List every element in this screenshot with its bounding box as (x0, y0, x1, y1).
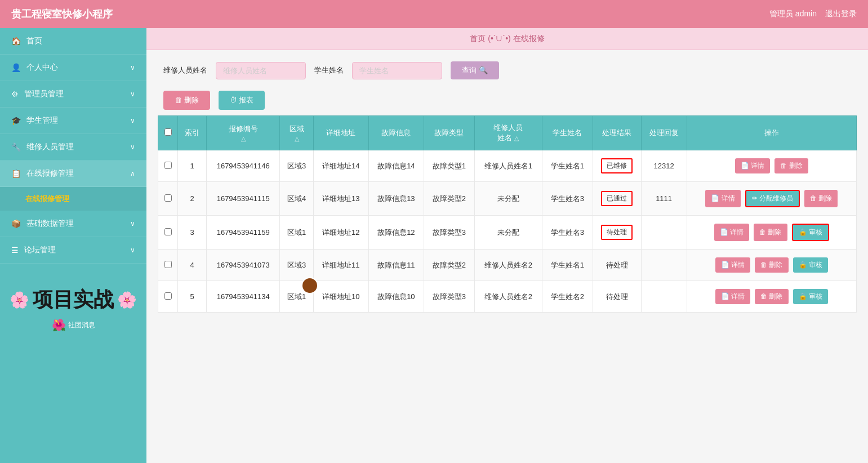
cell-area: 区域3 (280, 250, 313, 281)
cell-student: 学生姓名3 (542, 216, 593, 250)
report-button[interactable]: ⏱ 报表 (219, 91, 265, 110)
cell-reply (641, 281, 687, 313)
sidebar-label-student: 学生管理 (26, 115, 58, 126)
status-badge: 已通过 (601, 191, 633, 206)
table-row: 21679453941115区域4详细地址13故障信息13故障类型2未分配学生姓… (158, 182, 857, 216)
cell-student: 学生姓名1 (542, 150, 593, 182)
row-checkbox-1[interactable] (164, 162, 172, 169)
sidebar-label-repair: 在线报修管理 (26, 168, 74, 179)
repair-icon: 📋 (11, 169, 21, 178)
worker-filter-input[interactable] (216, 62, 306, 79)
detail-button[interactable]: 📄 详情 (715, 289, 750, 304)
sidebar-sub-item-online-repair[interactable]: 在线报修管理 (0, 187, 146, 211)
review-button[interactable]: 🔒 审核 (793, 289, 828, 304)
delete-button[interactable]: 🗑 删除 (755, 289, 788, 304)
status-badge: 已维修 (601, 158, 633, 173)
row-checkbox-2[interactable] (164, 194, 172, 202)
home-icon: 🏠 (11, 37, 21, 46)
cell-index: 3 (178, 216, 207, 250)
filter-area: 维修人员姓名 学生姓名 查询 🔍 (146, 50, 868, 85)
student-icon: 🎓 (11, 116, 21, 125)
cell-worker: 维修人员姓名2 (474, 250, 542, 281)
cell-ops: 📄 详情🗑 删除🔒 审核 (687, 250, 856, 281)
delete-button[interactable]: 🗑 删除 (804, 190, 838, 207)
cell-fault-info: 故障信息10 (368, 281, 424, 313)
review-button[interactable]: 🔒 审核 (792, 224, 829, 241)
delete-button[interactable]: 🗑 删除 (755, 257, 788, 273)
cell-student: 学生姓名1 (542, 250, 593, 281)
cell-fault-type: 故障类型1 (424, 150, 474, 182)
chevron-down-icon-basic: ∨ (130, 220, 135, 228)
logout-button[interactable]: 退出登录 (825, 9, 857, 19)
cell-worker: 未分配 (474, 182, 542, 216)
batch-delete-button[interactable]: 🗑 删除 (163, 91, 210, 110)
col-reply: 处理回复 (641, 116, 687, 150)
col-checkbox (158, 116, 178, 150)
cell-student: 学生姓名2 (542, 281, 593, 313)
cell-status: 已维修 (593, 150, 641, 182)
student-filter-label: 学生姓名 (314, 65, 344, 75)
top-header: 贵工程寝室快修小程序 管理员 admin 退出登录 (0, 0, 868, 28)
user-label: 管理员 admin (769, 9, 817, 19)
sidebar-item-home[interactable]: 🏠 首页 (0, 28, 146, 55)
sidebar-item-student[interactable]: 🎓 学生管理 ∨ (0, 108, 146, 134)
cell-reply (641, 216, 687, 250)
forum-icon: ☰ (11, 246, 19, 255)
cell-fault-info: 故障信息11 (368, 250, 424, 281)
cell-code: 1679453941073 (206, 250, 280, 281)
cell-ops: 📄 详情✏ 分配维修员🗑 删除 (687, 182, 856, 216)
detail-button[interactable]: 📄 详情 (715, 257, 750, 273)
sidebar-label-worker: 维修人员管理 (26, 142, 74, 152)
delete-button[interactable]: 🗑 删除 (774, 158, 808, 173)
person-icon: 👤 (11, 63, 21, 72)
detail-button[interactable]: 📄 详情 (705, 190, 740, 207)
cell-reply: 12312 (641, 150, 687, 182)
watermark-section: 🌸 项目实战 🌸 🌺 社团消息 (0, 264, 146, 337)
chevron-down-icon-worker: ∨ (130, 143, 135, 151)
cell-fault-info: 故障信息14 (368, 150, 424, 182)
cell-area: 区域4 (280, 182, 313, 216)
flower-left-icon: 🌸 (10, 291, 29, 309)
row-checkbox-5[interactable] (164, 292, 172, 300)
sidebar-item-admin[interactable]: ⚙ 管理员管理 ∨ (0, 81, 146, 108)
review-button[interactable]: 🔒 审核 (793, 257, 828, 273)
select-all-checkbox[interactable] (164, 128, 172, 136)
sidebar-item-repair[interactable]: 📋 在线报修管理 ∧ (0, 161, 146, 187)
student-filter-input[interactable] (352, 62, 442, 79)
assign-worker-button[interactable]: ✏ 分配维修员 (745, 190, 800, 207)
admin-icon: ⚙ (11, 90, 19, 99)
sidebar-item-personal[interactable]: 👤 个人中心 ∨ (0, 55, 146, 81)
sidebar-label-basic-data: 基础数据管理 (26, 219, 74, 229)
col-area: 区域△ (280, 116, 313, 150)
cell-code: 1679453941134 (206, 281, 280, 313)
cell-address: 详细地址14 (313, 150, 368, 182)
delete-button[interactable]: 🗑 删除 (754, 224, 787, 241)
app-title: 贵工程寝室快修小程序 (11, 7, 113, 21)
query-button[interactable]: 查询 🔍 (451, 61, 499, 79)
cell-address: 详细地址13 (313, 182, 368, 216)
row-checkbox-4[interactable] (164, 261, 172, 268)
cell-fault-type: 故障类型3 (424, 216, 474, 250)
basic-data-icon: 📦 (11, 219, 21, 228)
sidebar-sub-label-online-repair: 在线报修管理 (25, 194, 69, 203)
sidebar-item-forum[interactable]: ☰ 论坛管理 ∨ (0, 237, 146, 264)
detail-button[interactable]: 📄 详情 (735, 158, 770, 173)
col-ops: 操作 (687, 116, 856, 150)
cell-worker: 维修人员姓名1 (474, 150, 542, 182)
cell-fault-info: 故障信息13 (368, 182, 424, 216)
sidebar-item-basic-data[interactable]: 📦 基础数据管理 ∨ (0, 211, 146, 237)
cell-ops: 📄 详情🗑 删除🔒 审核 (687, 281, 856, 313)
sidebar-label-personal: 个人中心 (26, 63, 58, 73)
main-layout: 🏠 首页 👤 个人中心 ∨ ⚙ 管理员管理 ∨ 🎓 学生管理 ∨ (0, 28, 868, 463)
cell-status: 待处理 (593, 216, 641, 250)
col-fault-info: 故障信息 (368, 116, 424, 150)
cell-index: 2 (178, 182, 207, 216)
cell-index: 4 (178, 250, 207, 281)
col-fault-type: 故障类型 (424, 116, 474, 150)
sidebar-item-worker[interactable]: 🔧 维修人员管理 ∨ (0, 134, 146, 161)
row-checkbox-3[interactable] (164, 228, 172, 235)
chevron-down-icon: ∨ (130, 64, 135, 72)
cell-worker: 维修人员姓名2 (474, 281, 542, 313)
detail-button[interactable]: 📄 详情 (714, 224, 749, 241)
cell-reply (641, 250, 687, 281)
